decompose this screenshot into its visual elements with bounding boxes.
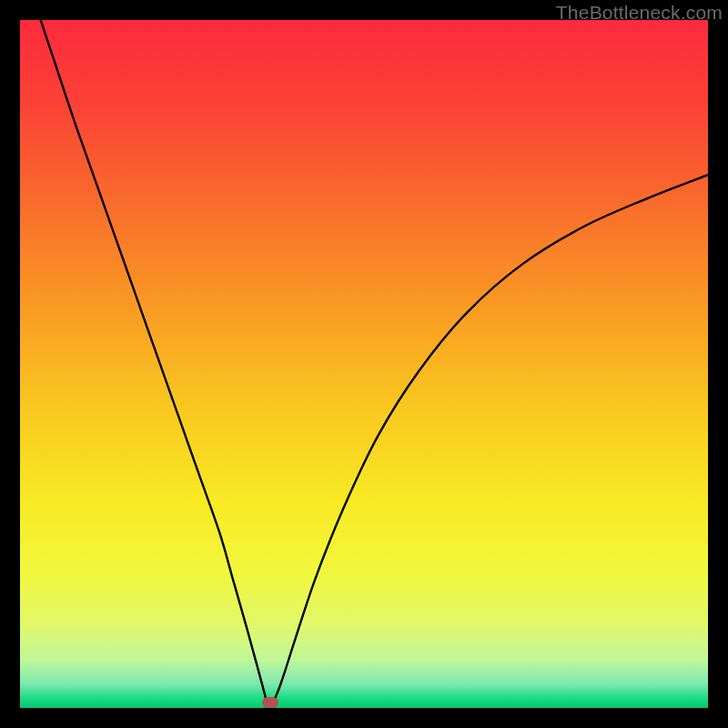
watermark-text: TheBottleneck.com (556, 2, 723, 24)
gradient-background (20, 20, 708, 708)
minimum-marker (262, 697, 278, 708)
chart-frame (20, 20, 708, 708)
chart-canvas (20, 20, 708, 708)
